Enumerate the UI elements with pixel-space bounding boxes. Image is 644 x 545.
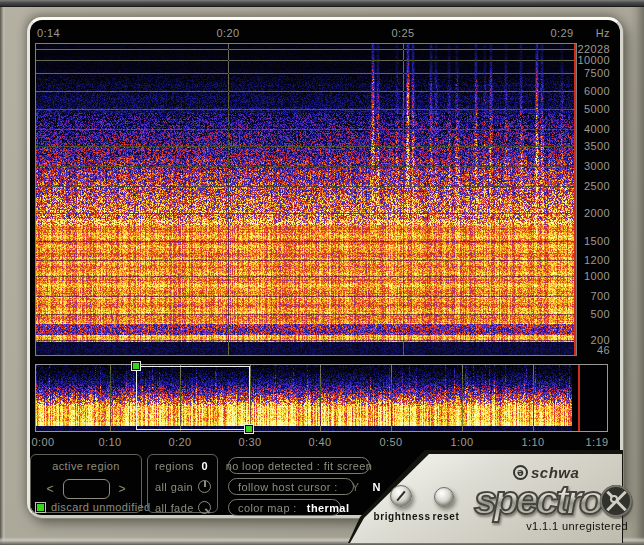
spectro-plugin-window: 0:140:200:250:29 Hz 22028100007500600050… xyxy=(0,0,644,545)
selection-handle-topleft[interactable] xyxy=(132,362,140,370)
active-region-groupbox: active region < > discard unmodified xyxy=(30,454,142,513)
main-spectrogram-canvas[interactable] xyxy=(36,44,576,355)
view-selection-rect[interactable] xyxy=(136,366,250,430)
selection-handle-bottomright[interactable] xyxy=(245,425,253,433)
frame-right-bevel xyxy=(630,7,644,545)
knob-pointer xyxy=(396,491,405,501)
loop-fit-screen-button[interactable]: no loop detected : fit screen xyxy=(228,457,370,474)
color-map-selector[interactable]: color map : thermal xyxy=(228,499,341,516)
overview-tick-label: 0:00 xyxy=(13,436,73,448)
brightness-knob[interactable] xyxy=(390,485,412,507)
freq-tick-label: 700 xyxy=(572,290,610,302)
reset-knob[interactable] xyxy=(434,487,454,507)
discard-unmodified-checkbox[interactable] xyxy=(35,502,46,513)
prev-region-button[interactable]: < xyxy=(46,482,53,496)
freq-tick-label: 4000 xyxy=(572,123,610,135)
overview-tick-label: 0:50 xyxy=(361,436,421,448)
overview-tick-label: 0:30 xyxy=(220,436,280,448)
next-region-button[interactable]: > xyxy=(119,482,126,496)
overview-navigator[interactable] xyxy=(35,364,608,432)
frame-left-bevel xyxy=(0,7,5,545)
freq-tick-label: 2500 xyxy=(572,180,610,192)
target-hub xyxy=(610,495,618,503)
overview-tick-label: 0:10 xyxy=(80,436,140,448)
follow-host-cursor-toggle[interactable]: follow host cursor : Y N xyxy=(228,478,354,495)
discard-unmodified-row: discard unmodified xyxy=(35,501,151,513)
spectro-logo-text: spectro xyxy=(474,477,601,524)
color-map-label: color map : xyxy=(238,502,297,514)
overview-tick-label: 1:00 xyxy=(432,436,492,448)
hz-unit-label: Hz xyxy=(576,27,610,39)
freq-tick-label: 500 xyxy=(572,308,610,320)
region-navigator: < > xyxy=(31,479,141,499)
freq-tick-label: 5000 xyxy=(572,103,610,115)
overview-playback-cursor xyxy=(578,365,580,431)
discard-unmodified-label: discard unmodified xyxy=(51,501,151,513)
overview-tick-label: 1:19 xyxy=(567,436,627,448)
follow-host-cursor-label: follow host cursor : xyxy=(238,481,338,493)
follow-host-yes-option[interactable]: Y xyxy=(352,481,360,493)
all-fade-knob-icon[interactable] xyxy=(198,501,211,514)
active-region-display[interactable] xyxy=(63,479,110,499)
freq-tick-label: 1000 xyxy=(572,270,610,282)
main-playback-cursor xyxy=(574,44,576,355)
all-gain-label: all gain xyxy=(155,481,193,493)
overview-tick-label: 1:10 xyxy=(503,436,563,448)
main-spectrogram[interactable] xyxy=(35,43,577,356)
freq-tick-label: 2000 xyxy=(572,207,610,219)
follow-host-no-option[interactable]: N xyxy=(372,481,380,493)
overview-tick-label: 0:40 xyxy=(290,436,350,448)
window-top-strip xyxy=(0,0,644,7)
time-tick-label: 0:25 xyxy=(373,27,433,39)
freq-tick-label: 1200 xyxy=(572,254,610,266)
all-fade-label: all fade xyxy=(155,502,194,514)
freq-tick-label: 7500 xyxy=(572,67,610,79)
regions-count: 0 xyxy=(201,460,208,472)
target-o-icon xyxy=(600,485,632,517)
loop-fit-screen-label: no loop detected : fit screen xyxy=(226,460,373,472)
regions-label: regions xyxy=(155,460,194,472)
freq-tick-label: 10000 xyxy=(572,54,610,66)
reset-knob-label: reset xyxy=(411,511,481,522)
freq-tick-label: 3000 xyxy=(572,160,610,172)
time-tick-label: 0:20 xyxy=(198,27,258,39)
checkbox-checked-mark xyxy=(37,504,44,511)
freq-tick-label: 3500 xyxy=(572,140,610,152)
freq-tick-label: 1500 xyxy=(572,235,610,247)
all-gain-knob-icon[interactable] xyxy=(198,480,211,493)
spectro-logo: spectro xyxy=(474,477,632,524)
active-region-title: active region xyxy=(31,460,141,472)
regions-groupbox: regions 0 all gain all fade xyxy=(147,454,218,513)
overview-tick-label: 0:20 xyxy=(150,436,210,448)
freq-tick-label: 6000 xyxy=(572,85,610,97)
time-tick-label: 0:14 xyxy=(37,27,60,39)
overview-canvas[interactable] xyxy=(36,365,607,431)
version-label: v1.1.1 unregistered xyxy=(498,520,628,532)
color-map-value: thermal xyxy=(307,502,350,514)
freq-tick-label: 46 xyxy=(572,344,610,356)
